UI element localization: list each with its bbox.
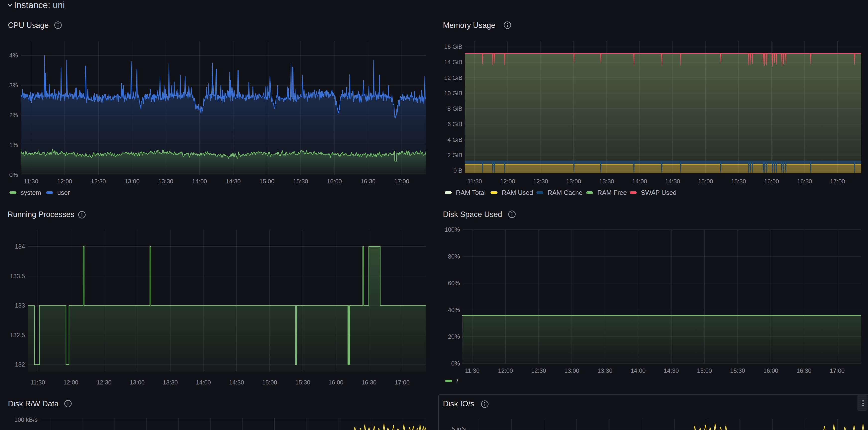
svg-text:RAM Total: RAM Total — [456, 189, 486, 196]
svg-text:12:30: 12:30 — [97, 379, 112, 386]
svg-text:134: 134 — [15, 243, 25, 250]
svg-text:8 GiB: 8 GiB — [447, 105, 462, 112]
svg-text:13:30: 13:30 — [163, 379, 178, 386]
svg-text:14:30: 14:30 — [664, 367, 679, 374]
svg-text:14:00: 14:00 — [192, 178, 207, 185]
svg-text:17:00: 17:00 — [394, 178, 409, 185]
svg-text:12:00: 12:00 — [500, 178, 515, 185]
svg-text:13:30: 13:30 — [158, 178, 173, 185]
svg-text:12:30: 12:30 — [531, 367, 546, 374]
svg-text:13:30: 13:30 — [599, 178, 614, 185]
svg-text:13:00: 13:00 — [566, 178, 581, 185]
svg-text:12:30: 12:30 — [91, 178, 106, 185]
svg-text:CPU Usage: CPU Usage — [8, 21, 49, 30]
svg-text:RAM Free: RAM Free — [597, 189, 627, 196]
svg-text:132: 132 — [15, 361, 25, 368]
svg-text:14 GiB: 14 GiB — [444, 59, 462, 65]
svg-text:0 B: 0 B — [454, 167, 462, 174]
svg-text:17:00: 17:00 — [830, 178, 845, 185]
svg-text:system: system — [21, 189, 41, 196]
svg-text:2 GiB: 2 GiB — [447, 152, 462, 159]
svg-text:2%: 2% — [9, 112, 18, 119]
svg-text:/: / — [457, 377, 458, 385]
svg-text:RAM Cache: RAM Cache — [548, 189, 582, 196]
svg-text:11:30: 11:30 — [467, 178, 482, 185]
svg-text:RAM Used: RAM Used — [502, 189, 533, 196]
svg-text:0%: 0% — [451, 360, 460, 367]
svg-text:17:00: 17:00 — [395, 379, 410, 386]
svg-text:16:00: 16:00 — [764, 178, 779, 185]
svg-text:4 GiB: 4 GiB — [447, 136, 462, 143]
svg-text:Disk IO/s: Disk IO/s — [443, 399, 474, 408]
svg-text:Running Processes: Running Processes — [7, 210, 74, 219]
svg-text:11:30: 11:30 — [465, 367, 479, 374]
svg-text:13:00: 13:00 — [124, 178, 140, 185]
svg-text:80%: 80% — [448, 253, 460, 260]
svg-text:16:30: 16:30 — [361, 178, 375, 185]
svg-text:14:00: 14:00 — [196, 379, 211, 386]
svg-text:14:30: 14:30 — [665, 178, 680, 185]
svg-text:12:00: 12:00 — [63, 379, 79, 386]
svg-text:3%: 3% — [9, 82, 18, 89]
svg-text:15:00: 15:00 — [698, 178, 713, 185]
svg-text:1%: 1% — [9, 141, 18, 148]
svg-text:15:00: 15:00 — [697, 367, 712, 374]
svg-text:5 io/s: 5 io/s — [452, 426, 466, 430]
svg-text:0%: 0% — [9, 171, 18, 178]
svg-text:14:30: 14:30 — [226, 178, 241, 185]
svg-text:12 GiB: 12 GiB — [444, 74, 462, 81]
svg-text:17:00: 17:00 — [830, 367, 845, 374]
svg-text:16:00: 16:00 — [764, 367, 778, 374]
svg-text:133.5: 133.5 — [10, 273, 25, 279]
svg-text:Disk Space Used: Disk Space Used — [443, 210, 502, 219]
svg-text:14:00: 14:00 — [632, 178, 647, 185]
svg-text:100%: 100% — [445, 226, 460, 233]
svg-text:11:30: 11:30 — [31, 379, 45, 386]
svg-text:Memory Usage: Memory Usage — [443, 21, 495, 30]
svg-text:10 GiB: 10 GiB — [444, 90, 462, 97]
svg-text:100 kB/s: 100 kB/s — [14, 416, 38, 423]
svg-text:12:30: 12:30 — [533, 178, 548, 185]
svg-text:16:30: 16:30 — [362, 379, 376, 386]
svg-text:15:30: 15:30 — [730, 367, 745, 374]
svg-text:15:00: 15:00 — [262, 379, 277, 386]
svg-text:16:00: 16:00 — [329, 379, 343, 386]
svg-text:20%: 20% — [448, 333, 460, 340]
svg-text:4%: 4% — [9, 52, 18, 59]
svg-text:14:00: 14:00 — [631, 367, 646, 374]
svg-text:40%: 40% — [448, 306, 460, 313]
svg-text:user: user — [57, 189, 70, 196]
svg-text:SWAP Used: SWAP Used — [641, 189, 677, 196]
svg-text:16:00: 16:00 — [327, 178, 342, 185]
svg-text:132.5: 132.5 — [10, 332, 25, 338]
svg-text:Disk R/W Data: Disk R/W Data — [8, 399, 59, 408]
svg-text:15:30: 15:30 — [295, 379, 310, 386]
svg-text:15:30: 15:30 — [293, 178, 308, 185]
svg-text:15:00: 15:00 — [259, 178, 274, 185]
svg-text:11:30: 11:30 — [24, 178, 38, 185]
svg-text:13:00: 13:00 — [564, 367, 579, 374]
svg-text:6 GiB: 6 GiB — [447, 121, 462, 127]
svg-text:Instance: uni: Instance: uni — [14, 0, 65, 10]
svg-text:15:30: 15:30 — [731, 178, 746, 185]
svg-text:14:30: 14:30 — [229, 379, 244, 386]
svg-text:60%: 60% — [448, 280, 460, 287]
svg-text:12:00: 12:00 — [57, 178, 72, 185]
svg-text:16 GiB: 16 GiB — [444, 43, 462, 50]
svg-text:12:00: 12:00 — [498, 367, 513, 374]
svg-text:16:30: 16:30 — [797, 178, 812, 185]
svg-text:16:30: 16:30 — [797, 367, 811, 374]
svg-text:133: 133 — [15, 302, 25, 309]
svg-text:13:00: 13:00 — [130, 379, 145, 386]
svg-text:13:30: 13:30 — [597, 367, 613, 374]
